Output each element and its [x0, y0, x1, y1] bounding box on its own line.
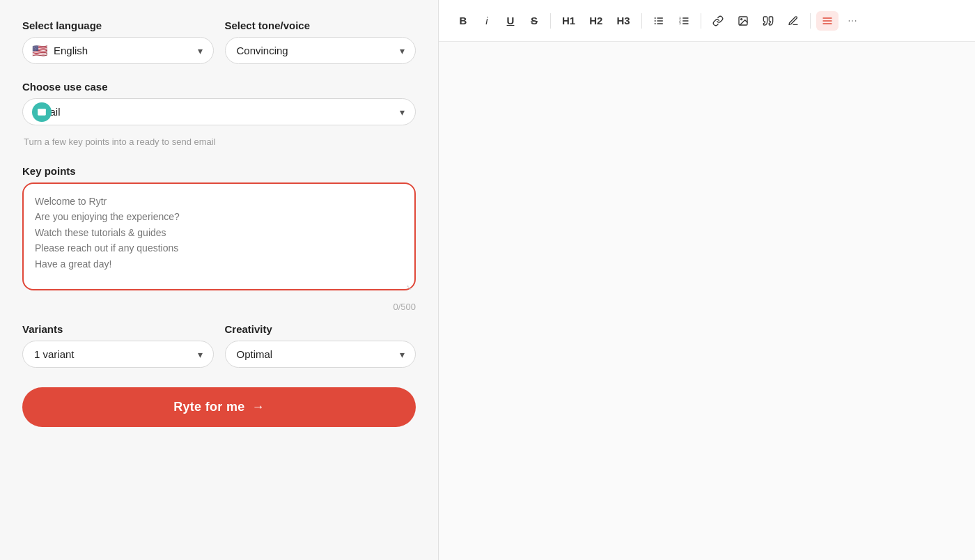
h3-button[interactable]: H3 [611, 10, 635, 31]
creativity-label: Creativity [225, 323, 416, 335]
use-case-select-wrapper: Email Blog Post Social Media Ad Copy ▾ [22, 98, 416, 125]
quote-button[interactable] [757, 11, 779, 31]
ryte-for-me-button[interactable]: Ryte for me → [22, 387, 416, 427]
link-button[interactable] [707, 11, 729, 31]
underline-button[interactable]: U [500, 10, 521, 31]
h1-button[interactable]: H1 [556, 10, 581, 31]
editor-area[interactable] [439, 42, 975, 560]
strikethrough-icon: S [531, 15, 538, 26]
svg-text:3: 3 [679, 22, 681, 25]
use-case-field-group: Choose use case Email Blog Post Social M… [22, 81, 416, 161]
tone-label: Select tone/voice [225, 20, 416, 31]
align-button[interactable] [816, 11, 838, 31]
editor-toolbar: B i U S H1 H2 H3 [439, 0, 975, 42]
ryte-button-arrow: → [252, 400, 265, 414]
creativity-select-wrapper: Optimal Low Medium High Max ▾ [225, 341, 416, 368]
tone-field-group: Select tone/voice Convincing Formal Casu… [225, 20, 416, 64]
language-tone-row: Select language 🇺🇸 English French Spanis… [22, 20, 416, 64]
toolbar-divider-4 [810, 13, 811, 29]
left-panel: Select language 🇺🇸 English French Spanis… [0, 0, 439, 560]
variants-select-wrapper: 1 variant 2 variants 3 variants ▾ [22, 341, 214, 368]
svg-point-5 [654, 23, 655, 24]
toolbar-divider-1 [550, 13, 551, 29]
ordered-list-icon: 1 2 3 [678, 15, 689, 26]
pen-icon [788, 15, 799, 26]
h2-icon: H2 [589, 15, 602, 26]
svg-point-17 [852, 20, 852, 21]
h3-icon: H3 [616, 15, 630, 26]
bold-button[interactable]: B [453, 10, 474, 31]
variants-label: Variants [22, 323, 214, 335]
language-select-wrapper: 🇺🇸 English French Spanish German ▾ [22, 37, 214, 64]
align-icon [822, 15, 833, 26]
variants-select[interactable]: 1 variant 2 variants 3 variants [22, 341, 214, 368]
key-points-wrapper: ⤡ [22, 182, 416, 293]
image-icon [738, 15, 749, 26]
language-select[interactable]: English French Spanish German [22, 37, 214, 64]
quote-icon [763, 15, 774, 26]
more-options-button[interactable] [841, 11, 864, 31]
variants-field-group: Variants 1 variant 2 variants 3 variants… [22, 323, 214, 368]
pen-button[interactable] [782, 11, 804, 31]
svg-point-3 [654, 17, 655, 19]
key-points-field-group: Key points ⤡ 0/500 [22, 165, 416, 312]
creativity-select[interactable]: Optimal Low Medium High Max [225, 341, 416, 368]
image-button[interactable] [732, 11, 754, 31]
creativity-field-group: Creativity Optimal Low Medium High Max ▾ [225, 323, 416, 368]
language-field-group: Select language 🇺🇸 English French Spanis… [22, 20, 214, 64]
bullet-list-button[interactable] [648, 11, 670, 31]
language-label: Select language [22, 20, 214, 31]
strikethrough-button[interactable]: S [524, 10, 545, 31]
bold-icon: B [460, 15, 467, 26]
toolbar-divider-2 [641, 13, 642, 29]
right-panel: B i U S H1 H2 H3 [439, 0, 975, 560]
ordered-list-button[interactable]: 1 2 3 [673, 11, 695, 31]
underline-icon: U [507, 15, 515, 26]
ryte-button-label: Ryte for me [173, 400, 244, 414]
variants-creativity-row: Variants 1 variant 2 variants 3 variants… [22, 323, 416, 368]
svg-point-18 [855, 20, 856, 21]
bullet-list-icon [653, 15, 664, 26]
svg-point-4 [654, 20, 655, 22]
italic-icon: i [485, 15, 488, 26]
h2-button[interactable]: H2 [584, 10, 608, 31]
tone-select-wrapper: Convincing Formal Casual Humorous ▾ [225, 37, 416, 64]
more-options-icon [847, 15, 858, 26]
h1-icon: H1 [562, 15, 575, 26]
use-case-select[interactable]: Email Blog Post Social Media Ad Copy [22, 98, 416, 125]
use-case-label: Choose use case [22, 81, 416, 93]
key-points-textarea[interactable] [22, 182, 416, 290]
key-points-label: Key points [22, 165, 416, 177]
resize-handle: ⤡ [406, 283, 413, 290]
char-count: 0/500 [22, 302, 416, 312]
tone-select[interactable]: Convincing Formal Casual Humorous [225, 37, 416, 64]
use-case-hint: Turn a few key points into a ready to se… [22, 137, 416, 147]
toolbar-divider-3 [701, 13, 701, 29]
link-icon [712, 15, 724, 26]
italic-button[interactable]: i [476, 10, 497, 31]
svg-point-19 [848, 20, 849, 21]
svg-point-13 [740, 18, 742, 20]
